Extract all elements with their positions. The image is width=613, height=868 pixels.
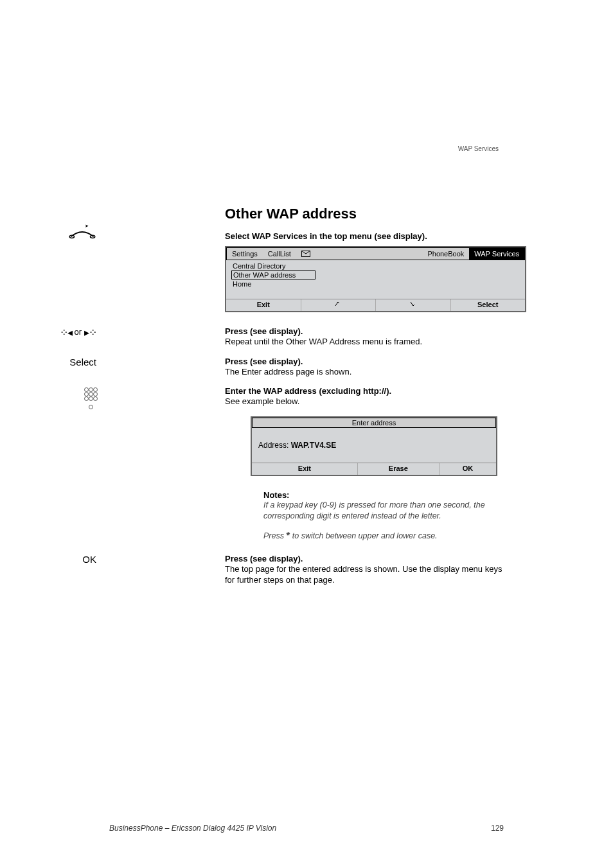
step4-instruction: Enter the WAP address (excluding http://…: [225, 386, 504, 396]
header-topic: WAP Services: [458, 145, 499, 152]
address-value: WAP.TV4.SE: [291, 441, 336, 450]
footer-page-number: 129: [491, 824, 504, 833]
menu-bar: Settings CallList PhoneBook WAP Services: [226, 247, 525, 260]
notes-heading: Notes:: [263, 490, 504, 500]
softkey2-erase[interactable]: Erase: [358, 463, 440, 475]
nav-left-icon: ⁘◂: [60, 327, 72, 338]
notes-line1: If a keypad key (0-9) is pressed for mor…: [263, 500, 504, 522]
step4-row: Enter the WAP address (excluding http://…: [109, 386, 504, 542]
step2-row: ⁘◂ or ▸⁘ Press (see display). Repeat unt…: [109, 326, 504, 348]
step1-instruction: Select WAP Services in the top menu (see…: [225, 231, 504, 241]
svg-text:➤: ➤: [85, 223, 89, 229]
step2-instruction: Press (see display).: [225, 326, 504, 336]
address-line: Address: WAP.TV4.SE: [252, 428, 496, 463]
enter-address-title: Enter address: [252, 418, 496, 428]
title-row: ➤ Other WAP address Select WAP Services …: [109, 206, 504, 312]
step5-left: OK: [0, 554, 96, 565]
nav-right-icon: ▸⁘: [84, 327, 96, 338]
step5-instruction: Press (see display).: [225, 554, 504, 563]
notes-line2b: to switch between upper and lower case.: [290, 531, 437, 540]
content-area: ➤ Other WAP address Select WAP Services …: [109, 206, 504, 586]
softkey2-ok[interactable]: OK: [440, 463, 496, 475]
menu-settings[interactable]: Settings: [227, 248, 263, 260]
step5-detail: The top page for the entered address is …: [225, 563, 504, 586]
svg-point-1: [69, 235, 74, 238]
notes-line2: Press * to switch between upper and lowe…: [263, 529, 504, 542]
list-item-other-wap[interactable]: Other WAP address: [231, 270, 315, 279]
page-footer: BusinessPhone – Ericsson Dialog 4425 IP …: [109, 824, 504, 833]
step2-detail: Repeat until the Other WAP Address menu …: [225, 336, 504, 348]
menu-wap-services[interactable]: WAP Services: [469, 248, 524, 260]
step3-left: Select: [0, 357, 96, 368]
footer-product: BusinessPhone – Ericsson Dialog 4425 IP …: [109, 824, 276, 833]
notes-line2a: Press: [263, 531, 286, 540]
softkey-row-2: Exit Erase OK: [252, 463, 496, 475]
softkey-arrow-down[interactable]: [376, 299, 451, 311]
page-container: WAP Services ➤ Other WAP address Select …: [0, 0, 613, 868]
softkey-row: Exit Select: [226, 299, 525, 311]
phone-display-menu: Settings CallList PhoneBook WAP Services…: [225, 246, 526, 312]
svg-point-2: [90, 235, 94, 238]
step4-detail: See example below.: [225, 396, 504, 407]
step5-row: OK Press (see display). The top page for…: [109, 554, 504, 586]
phone-display-enter-address: Enter address Address: WAP.TV4.SE Exit E…: [251, 416, 497, 476]
menu-phonebook[interactable]: PhoneBook: [422, 248, 469, 260]
keypad-icon: [0, 387, 96, 410]
menu-message-icon[interactable]: [296, 248, 315, 260]
softkey2-exit[interactable]: Exit: [252, 463, 358, 475]
display-body: Central Directory Other WAP address Home: [226, 260, 525, 299]
section-title: Other WAP address: [225, 206, 504, 222]
nav-keys-label: ⁘◂ or ▸⁘: [0, 326, 96, 339]
step3-detail: The Enter address page is shown.: [225, 366, 504, 378]
list-item-central[interactable]: Central Directory: [231, 261, 520, 270]
address-label: Address:: [258, 441, 291, 450]
notes-block: Notes: If a keypad key (0-9) is pressed …: [263, 490, 504, 542]
handset-icon: ➤: [0, 222, 96, 244]
softkey-exit[interactable]: Exit: [226, 299, 301, 311]
step3-row: Select Press (see display). The Enter ad…: [109, 357, 504, 378]
softkey-arrow-up[interactable]: [301, 299, 377, 311]
list-item-home[interactable]: Home: [231, 279, 520, 288]
nav-or-text: or: [75, 327, 82, 337]
step3-instruction: Press (see display).: [225, 357, 504, 366]
menu-calllist[interactable]: CallList: [263, 248, 296, 260]
softkey-select[interactable]: Select: [451, 299, 526, 311]
